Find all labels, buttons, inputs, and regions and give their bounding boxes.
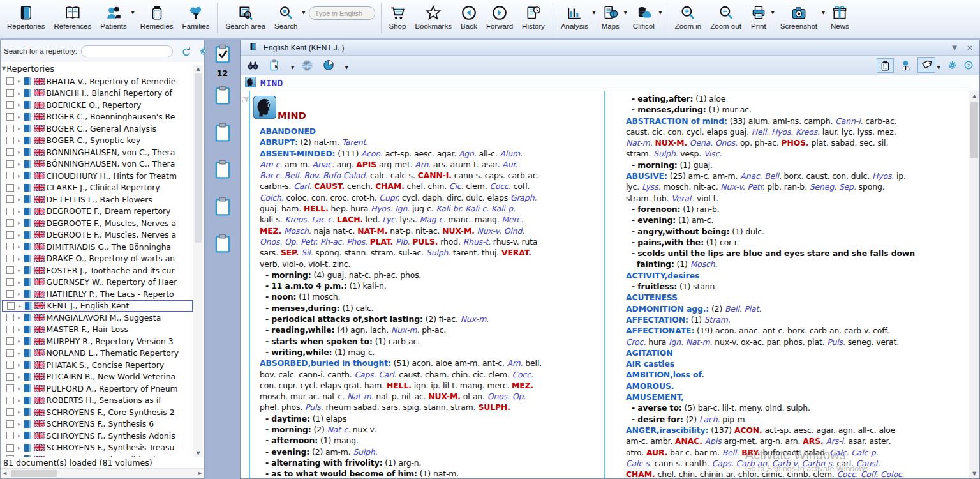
rubric-continuation-line[interactable]: am-c. ambr. ANAC. Apis arg-met. arg-n. a… [626,436,967,446]
refresh-icon[interactable] [181,46,191,57]
checkbox[interactable] [6,384,14,392]
sub-rubric-line[interactable]: - morning: (4) guaj. nat-c. ph-ac. phos. [260,270,602,280]
repertory-item[interactable]: ▸BOGER C., General Analysis [2,123,193,135]
checkbox[interactable] [6,266,14,274]
expand-arrow-icon[interactable]: ▸ [18,279,21,285]
expand-arrow-icon[interactable]: ▸ [18,361,21,368]
rubric-continuation-line[interactable]: phel. phos. Puls. rheum sabad. sars. spi… [260,402,602,413]
expand-arrow-icon[interactable]: ▸ [18,350,21,356]
toolbar-search-button[interactable]: Search▼ [270,1,306,30]
checkbox[interactable] [6,290,14,298]
content-vertical-scrollbar[interactable]: ▲ ▼ [969,91,979,478]
rubric-line[interactable]: AGITATION [626,347,967,358]
expand-arrow-icon[interactable]: ▸ [18,114,21,120]
repertory-item[interactable]: ▸DEGROOTE F., Dream repertory [2,206,193,218]
clipboard-icon[interactable] [214,86,231,107]
repertory-item[interactable]: ▸DE LELLIS L., Bach Flowers [2,194,193,206]
dropdown-arrow-icon[interactable]: ▼ [937,65,940,70]
repertory-item[interactable]: ▸HATHERLY P., The Lacs - Reperto [2,288,193,300]
tree-root-repertories[interactable]: ▼ Repertories [2,64,54,73]
rubric-line[interactable]: ABANDONED [260,126,602,137]
checkbox[interactable] [6,349,14,357]
dropdown-arrow-icon[interactable]: ▼ [822,10,825,15]
rubric-continuation-line[interactable]: atro. AUR. bar-c. bar-m. Bell. BRY. bufo… [626,447,967,458]
sub-rubric-line[interactable]: - as to what would become of him: (1) na… [260,468,602,478]
expand-arrow-icon[interactable]: ▸ [18,397,21,404]
checkbox[interactable] [6,195,14,203]
repertory-item[interactable]: ▸NORLAND L., Thematic Repertory [2,347,193,360]
toolbar-analysis-button[interactable]: Analysis▼ [556,1,597,30]
checkbox[interactable] [6,243,14,250]
checkbox[interactable] [6,113,14,121]
toolbar-clificol-button[interactable]: Clificol▼ [628,1,664,30]
repertory-item[interactable]: ▸BÖNNINGHAUSEN, von C., Thera [2,158,193,171]
rubric-line[interactable]: ACUTENESS [626,292,967,303]
sub-rubric-line[interactable]: - morning: (1) guaj. [626,160,967,171]
expand-arrow-icon[interactable]: ▸ [18,102,21,108]
repertory-item[interactable]: ▸FOSTER J., Toothache and its cur [2,264,193,277]
dropdown-arrow-icon[interactable]: ▼ [291,65,294,70]
repertory-item[interactable]: ▸SCHROYENS F., Synthesis 6 [2,418,193,430]
toolbar-search-area-button[interactable]: Search area [221,1,270,30]
rubric-continuation-line[interactable]: Croc. hura Ign. Nat-m. nux-v. ox-ac. par… [626,337,967,347]
checkbox[interactable] [6,137,14,144]
sub-rubric-line[interactable]: - starts when spoken to: (1) carb-ac. [260,336,602,347]
expand-arrow-icon[interactable]: ▸ [18,338,21,344]
repertory-item[interactable]: ▸PHATAK S., Concise Repertory [2,359,193,371]
expand-arrow-icon[interactable]: ▸ [18,185,21,191]
rubric-line[interactable]: ABSORBED,buried in thought: (51) acon. a… [260,358,602,369]
toolbar-zoom-in-button[interactable]: Zoom in [671,1,706,30]
rubric-continuation-line[interactable]: guaj. ham. HELL. hep. hura Hyos. Ign. ju… [260,203,602,214]
dropdown-arrow-icon[interactable]: ▼ [131,10,134,15]
repertory-item[interactable]: ▸BOGER C., Synoptic key [2,135,193,147]
sub-rubric-line[interactable]: - evening: (2) am-m. Sulph. [260,446,602,457]
rubric-continuation-line[interactable]: con. cupr. cycl. elaps grat. ham. HELL. … [260,380,602,391]
expand-arrow-icon[interactable]: ▸ [18,409,21,415]
repertory-item[interactable]: ▸BÖNNINGHAUSEN, von C., Thera [2,146,193,158]
toolbar-forward-button[interactable]: Forward [482,1,517,30]
toolbar-history-button[interactable]: History [517,1,549,30]
sub-rubric-line[interactable]: - writing,while: (1) mag-c. [260,347,602,358]
sub-rubric-line[interactable]: - scolds until the lips are blue and eye… [626,248,967,259]
scroll-down-icon[interactable]: ▼ [193,450,203,456]
scroll-down-icon[interactable]: ▼ [969,471,979,476]
toolbar-print-button[interactable]: Print▼ [746,1,776,30]
toolbar-repertories-button[interactable]: Repertories [3,1,49,30]
expand-arrow-icon[interactable]: ▸ [18,232,21,238]
rubric-continuation-line[interactable]: lyc. Lyss. mosch. nit-ac. Nux-v. Petr. p… [626,181,967,192]
expand-arrow-icon[interactable]: ▸ [18,326,21,333]
scrollbar-thumb[interactable] [195,73,202,243]
clipboard-icon[interactable] [214,123,231,144]
clipboard-icon[interactable] [214,234,231,255]
scrollbar-thumb[interactable] [11,470,57,477]
checkbox[interactable] [6,337,14,345]
scrollbar-thumb[interactable] [970,102,978,158]
rubric-continuation-line[interactable]: stram. tub. Verat. viol-t. [626,193,967,204]
checkbox[interactable] [6,125,14,132]
rubric-line[interactable]: AFFECTIONATE: (19) acon. anac. ant-c. bo… [626,325,967,336]
type-in-english-input[interactable] [309,6,375,20]
expand-arrow-icon[interactable]: ▸ [18,374,21,380]
rubric-line[interactable]: AIR castles [626,358,967,369]
dropdown-arrow-icon[interactable]: ▼ [345,65,348,70]
expand-arrow-icon[interactable]: ▸ [18,90,21,96]
rubric-line[interactable]: ANGER,irascibility: (137) ACON. act-sp. … [626,425,967,436]
sub-rubric-line[interactable]: - periodical attacks of,short lasting: (… [260,314,602,324]
expand-arrow-icon[interactable]: ▸ [18,255,21,262]
expand-arrow-icon[interactable]: ▸ [18,432,21,439]
rubric-continuation-line[interactable]: carbn-s. Carl. CAUST. cench. CHAM. chel.… [260,181,602,192]
sub-rubric-line[interactable]: - averse to: (5) bar-c. lil-t. meny. oln… [626,402,967,413]
sub-rubric-line[interactable]: - evening: (1) am-c. [626,215,967,225]
expand-arrow-icon[interactable]: ▸ [18,291,21,297]
checkbox[interactable] [6,219,14,227]
binoculars-icon[interactable] [246,59,260,72]
expand-arrow-icon[interactable]: ▸ [19,303,22,309]
rubric-line[interactable]: ABRUPT: (2) nat-m. Tarent. [260,137,602,148]
sub-rubric-line[interactable]: - menses,during: (1) calc. [260,303,602,314]
collapse-panel-icon[interactable]: ▼ [952,44,957,51]
sub-rubric-line[interactable]: - eating,after: (1) aloe [626,93,967,104]
rubric-continuation-line[interactable]: Calc-s. cann-s. canth. Caps. Carb-an. Ca… [626,458,967,469]
toolbar-shop-button[interactable]: Shop [385,1,411,30]
checkbox[interactable] [6,373,14,381]
dropdown-arrow-icon[interactable]: ▼ [623,10,627,15]
